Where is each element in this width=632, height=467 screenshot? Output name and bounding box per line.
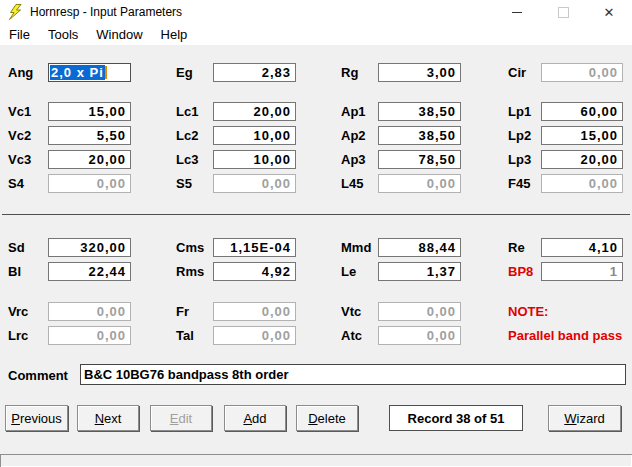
- field-lc1[interactable]: 20,00: [213, 102, 296, 121]
- field-le[interactable]: 1,37: [378, 262, 461, 281]
- window-title: Hornresp - Input Parameters: [30, 5, 182, 19]
- maximize-icon: [558, 7, 569, 18]
- param-row: Vc3 20,00 Lc3 10,00 Ap3 78,50 Lp3 20,00: [0, 150, 632, 169]
- comment-field[interactable]: B&C 10BG76 bandpass 8th order: [80, 364, 626, 385]
- label-lp3: Lp3: [508, 152, 541, 167]
- label-ap1: Ap1: [341, 104, 378, 119]
- previous-button[interactable]: Previous: [5, 405, 68, 431]
- field-lc3[interactable]: 10,00: [213, 150, 296, 169]
- minimize-button[interactable]: [494, 0, 540, 24]
- next-button[interactable]: Next: [77, 405, 139, 431]
- field-bp8: 1: [541, 262, 623, 281]
- field-ap3[interactable]: 78,50: [378, 150, 461, 169]
- delete-button-label: Delete: [308, 411, 346, 426]
- param-row: Vrc 0,00 Fr 0,00 Vtc 0,00 NOTE:: [0, 302, 632, 321]
- field-fr: 0,00: [213, 302, 296, 321]
- label-le: Le: [341, 264, 378, 279]
- label-vtc: Vtc: [341, 304, 378, 319]
- field-ang[interactable]: 2,0 x Pi: [48, 63, 131, 82]
- app-lightning-icon: [8, 4, 23, 20]
- label-sd: Sd: [8, 240, 48, 255]
- label-vrc: Vrc: [8, 304, 48, 319]
- label-lp2: Lp2: [508, 128, 541, 143]
- label-bp8: BP8: [508, 264, 541, 279]
- edit-button: Edit: [150, 405, 212, 431]
- label-re: Re: [508, 240, 541, 255]
- maximize-button: [540, 0, 586, 24]
- menu-tools[interactable]: Tools: [39, 25, 87, 45]
- add-button[interactable]: Add: [224, 405, 286, 431]
- menu-file[interactable]: File: [0, 25, 39, 45]
- label-lc2: Lc2: [176, 128, 213, 143]
- param-row: Vc2 5,50 Lc2 10,00 Ap2 38,50 Lp2 15,00: [0, 126, 632, 145]
- label-lc1: Lc1: [176, 104, 213, 119]
- comment-label: Comment: [8, 368, 68, 383]
- field-atc: 0,00: [378, 326, 461, 345]
- field-vc2[interactable]: 5,50: [48, 126, 131, 145]
- field-eg[interactable]: 2,83: [213, 63, 296, 82]
- field-cir: 0,00: [541, 63, 623, 82]
- param-row: S4 0,00 S5 0,00 L45 0,00 F45 0,00: [0, 174, 632, 193]
- field-mmd[interactable]: 88,44: [378, 238, 461, 257]
- field-bl[interactable]: 22,44: [48, 262, 131, 281]
- field-f45: 0,00: [541, 174, 623, 193]
- record-indicator: Record 38 of 51: [389, 405, 523, 431]
- previous-button-label: Previous: [11, 411, 62, 426]
- field-ap2[interactable]: 38,50: [378, 126, 461, 145]
- label-eg: Eg: [176, 65, 213, 80]
- field-lp3[interactable]: 20,00: [541, 150, 623, 169]
- field-re[interactable]: 4,10: [541, 238, 623, 257]
- label-lp1: Lp1: [508, 104, 541, 119]
- next-button-label: Next: [95, 411, 122, 426]
- label-lc3: Lc3: [176, 152, 213, 167]
- label-vc1: Vc1: [8, 104, 48, 119]
- ang-selected-text: 2,0 x Pi: [50, 65, 105, 80]
- label-ap2: Ap2: [341, 128, 378, 143]
- field-rms[interactable]: 4,92: [213, 262, 296, 281]
- label-rg: Rg: [341, 65, 378, 80]
- param-row: Sd 320,00 Cms 1,15E-04 Mmd 88,44 Re 4,10: [0, 238, 632, 257]
- field-l45: 0,00: [378, 174, 461, 193]
- label-rms: Rms: [176, 264, 213, 279]
- field-lp2[interactable]: 15,00: [541, 126, 623, 145]
- label-s4: S4: [8, 176, 48, 191]
- wizard-button-label: Wizard: [564, 411, 604, 426]
- minimize-icon: [512, 12, 522, 13]
- label-ang: Ang: [8, 65, 48, 80]
- field-lp1[interactable]: 60,00: [541, 102, 623, 121]
- field-cms[interactable]: 1,15E-04: [213, 238, 296, 257]
- param-row: Ang 2,0 x Pi Eg 2,83 Rg 3,00 Cir 0,00: [0, 63, 632, 82]
- field-s5: 0,00: [213, 174, 296, 193]
- label-atc: Atc: [341, 328, 378, 343]
- field-sd[interactable]: 320,00: [48, 238, 131, 257]
- note-message: Parallel band pass: [508, 328, 623, 343]
- label-lrc: Lrc: [8, 328, 48, 343]
- menu-bar: File Tools Window Help: [0, 24, 632, 45]
- label-ap3: Ap3: [341, 152, 378, 167]
- label-bl: Bl: [8, 264, 48, 279]
- menu-window[interactable]: Window: [87, 25, 151, 45]
- wizard-button[interactable]: Wizard: [548, 405, 621, 431]
- field-vrc: 0,00: [48, 302, 131, 321]
- delete-button[interactable]: Delete: [296, 405, 358, 431]
- field-vc3[interactable]: 20,00: [48, 150, 131, 169]
- param-row: Bl 22,44 Rms 4,92 Le 1,37 BP8 1: [0, 262, 632, 281]
- field-vc1[interactable]: 15,00: [48, 102, 131, 121]
- label-vc2: Vc2: [8, 128, 48, 143]
- status-bar: [0, 454, 632, 467]
- field-lc2[interactable]: 10,00: [213, 126, 296, 145]
- note-title: NOTE:: [508, 304, 623, 319]
- field-vtc: 0,00: [378, 302, 461, 321]
- field-ap1[interactable]: 38,50: [378, 102, 461, 121]
- field-rg[interactable]: 3,00: [378, 63, 461, 82]
- label-tal: Tal: [176, 328, 213, 343]
- field-lrc: 0,00: [48, 326, 131, 345]
- label-l45: L45: [341, 176, 378, 191]
- add-button-label: Add: [243, 411, 266, 426]
- close-button[interactable]: ✕: [586, 0, 632, 24]
- label-mmd: Mmd: [341, 240, 378, 255]
- menu-help[interactable]: Help: [152, 25, 197, 45]
- label-f45: F45: [508, 176, 541, 191]
- label-s5: S5: [176, 176, 213, 191]
- label-fr: Fr: [176, 304, 213, 319]
